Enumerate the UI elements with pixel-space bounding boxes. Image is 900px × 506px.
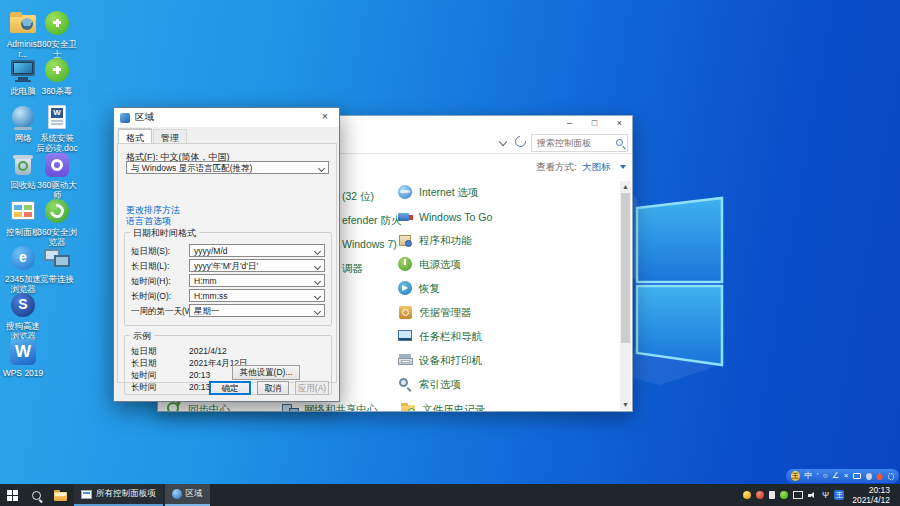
cp-item-0[interactable]: Internet 选项	[397, 184, 479, 201]
cp-item-5[interactable]: 凭据管理器	[397, 304, 472, 321]
datetime-row-combobox[interactable]: yyyy'年'M'月'd'日'	[189, 259, 325, 272]
example-row-label: 短日期	[131, 346, 157, 358]
user-folder-icon	[8, 10, 38, 38]
task-all-control-panel-items[interactable]: 所有控制面板项	[74, 484, 163, 506]
scroll-up-icon[interactable]: ▲	[620, 181, 631, 192]
network-tray-icon[interactable]	[793, 491, 803, 499]
datetime-row-label: 短日期(S):	[131, 246, 170, 258]
datetime-row-label: 长日期(L):	[131, 261, 169, 273]
minimize-icon[interactable]: –	[557, 116, 582, 132]
credential-manager-icon	[397, 304, 414, 321]
datetime-row-combobox[interactable]: H:mm:ss	[189, 289, 325, 302]
taskbar-clock[interactable]: 20:13 2021/4/12	[849, 485, 896, 505]
cp-item-fragment-1[interactable]: efender 防火	[342, 214, 402, 228]
ime-close-icon[interactable]: ×	[844, 469, 849, 483]
view-by-dropdown[interactable]: 大图标	[582, 161, 611, 174]
network-sharing-center-icon	[282, 401, 299, 412]
datetime-row-label: 短时间(H):	[131, 276, 171, 288]
clock-date: 2021/4/12	[852, 495, 890, 505]
volume-tray-icon[interactable]	[808, 491, 817, 500]
desktop-icon-8[interactable]: 360安全卫士	[36, 10, 78, 59]
input-indicator-icon[interactable]: Ψ	[822, 490, 829, 500]
scrollbar[interactable]: ▲ ▼	[620, 181, 631, 410]
ime-tray-icon[interactable]: 王	[834, 490, 844, 500]
cp-item-2[interactable]: 程序和功能	[397, 232, 472, 249]
cp-item-fragment-0[interactable]: (32 位)	[342, 190, 374, 204]
ime-settings-icon[interactable]	[888, 473, 894, 480]
ime-handwriting-icon[interactable]: ∠	[832, 469, 839, 483]
format-match-combobox[interactable]: 与 Windows 显示语言匹配(推荐)	[126, 161, 329, 174]
usb-tray-icon[interactable]	[769, 491, 775, 499]
ime-logo-icon[interactable]: 王	[791, 471, 800, 481]
ime-keyboard-icon[interactable]	[853, 473, 861, 479]
scroll-down-icon[interactable]: ▼	[620, 399, 631, 410]
file-history-icon	[400, 401, 417, 412]
cp-item-6[interactable]: 任务栏和导航	[397, 328, 482, 345]
search-icon	[616, 139, 623, 146]
cp-item-fragment-2[interactable]: Windows 7)	[342, 238, 397, 250]
desktop-icon-6[interactable]: S搜狗高速浏览器	[2, 292, 44, 341]
additional-settings-button[interactable]: 其他设置(D)...	[232, 365, 300, 380]
tab-administrative[interactable]: 管理	[153, 129, 187, 144]
chevron-down-icon	[620, 165, 626, 169]
360-browser-icon	[42, 198, 72, 226]
cp-item-label: 文件历史记录	[422, 403, 485, 413]
datetime-row-combobox[interactable]: yyyy/M/d	[189, 244, 325, 257]
cp-item-fragment-3[interactable]: 调器	[342, 262, 363, 276]
desktop-icon-7[interactable]: WWPS 2019	[2, 339, 44, 379]
safe-tray-icon[interactable]	[780, 491, 788, 499]
cp-item-1[interactable]: Windows To Go	[397, 208, 492, 225]
desktop-icon-11[interactable]: 360驱动大师	[36, 151, 78, 200]
ime-chinese-mode-icon[interactable]: 中	[804, 469, 812, 483]
region-task-icon	[172, 489, 182, 499]
indexing-options-icon	[397, 376, 414, 393]
file-explorer-button[interactable]	[48, 484, 72, 506]
cp-bottom-item-2[interactable]: 文件历史记录	[400, 401, 485, 412]
task-region[interactable]: 区域	[165, 484, 210, 506]
desktop-icon-13[interactable]: 宽带连接	[36, 245, 78, 285]
dialog-titlebar[interactable]: 区域 ×	[114, 108, 339, 127]
datetime-row-combobox[interactable]: H:mm	[189, 274, 325, 287]
devices-printers-icon	[397, 352, 414, 369]
cp-item-3[interactable]: 电源选项	[397, 256, 461, 273]
refresh-icon[interactable]	[513, 134, 528, 149]
360-tray-icon[interactable]	[743, 491, 751, 499]
tab-formats[interactable]: 格式	[118, 129, 152, 144]
search-input[interactable]: 搜索控制面板	[531, 134, 628, 152]
cancel-button[interactable]: 取消	[257, 381, 289, 395]
cp-bottom-item-1[interactable]: 网络和共享中心	[282, 401, 378, 412]
datetime-group-title: 日期和时间格式	[130, 227, 199, 240]
region-dialog[interactable]: 区域 × 格式管理 格式(F): 中文(简体，中国) 与 Windows 显示语…	[113, 107, 340, 402]
close-icon[interactable]: ×	[607, 116, 632, 132]
ime-punctuation-icon[interactable]: '	[817, 469, 819, 483]
datetime-row-combobox[interactable]: 星期一	[189, 304, 325, 317]
start-button[interactable]	[0, 484, 24, 506]
scrollbar-thumb[interactable]	[621, 193, 630, 343]
desktop-icon-label: 宽带连接	[36, 275, 78, 285]
datetime-format-group: 日期和时间格式 短日期(S):yyyy/M/d长日期(L):yyyy'年'M'月…	[124, 232, 332, 326]
example-group-title: 示例	[130, 330, 154, 343]
cp-item-8[interactable]: 索引选项	[397, 376, 461, 393]
ime-account-icon[interactable]	[866, 473, 872, 480]
address-dropdown-icon[interactable]	[499, 138, 507, 146]
cp-item-label: 同步中心	[188, 403, 230, 413]
cp-item-label: Windows To Go	[419, 211, 492, 223]
ime-fullwidth-icon[interactable]: ○	[823, 469, 828, 483]
maximize-icon[interactable]: □	[582, 116, 607, 132]
close-icon[interactable]: ×	[311, 108, 339, 127]
cp-item-7[interactable]: 设备和打印机	[397, 352, 482, 369]
ime-toolbox-icon[interactable]	[876, 472, 883, 480]
ime-toolbar[interactable]: 王 中 ' ○ ∠ ×	[786, 469, 899, 483]
cp-item-label: 设备和打印机	[419, 354, 482, 368]
dialog-footer: 确定 取消 应用(A)	[114, 381, 339, 395]
cp-item-4[interactable]: 恢复	[397, 280, 440, 297]
taskbar: 所有控制面板项 区域 Ψ 王 20:13 2021/4/12	[0, 484, 900, 506]
task-label: 区域	[186, 488, 203, 500]
cp-bottom-item-0[interactable]: 同步中心	[166, 401, 230, 412]
av-tray-icon[interactable]	[756, 491, 764, 499]
desktop-icon-9[interactable]: 360杀毒	[36, 57, 78, 97]
desktop-icon-12[interactable]: 360安全浏览器	[36, 198, 78, 247]
taskbar-search-button[interactable]	[24, 484, 48, 506]
ok-button[interactable]: 确定	[209, 381, 251, 395]
region-dialog-icon	[120, 113, 130, 123]
